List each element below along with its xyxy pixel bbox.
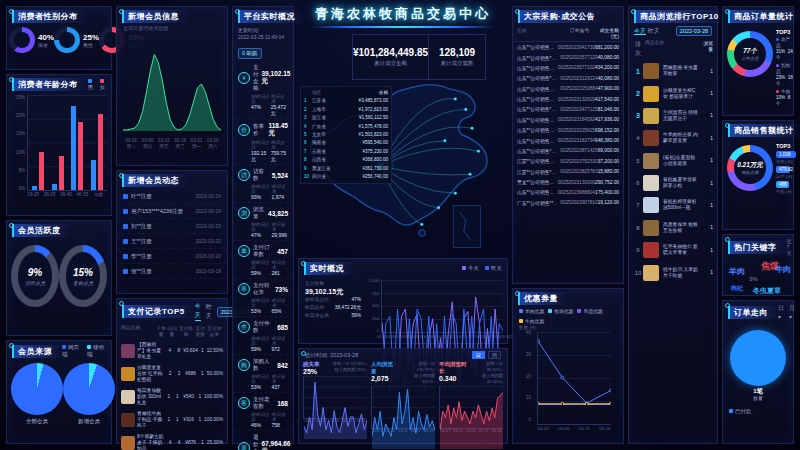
- announcement-row[interactable]: 山东**公司销售*焦煤成交公告(山东**公... 00252023941730 …: [513, 42, 623, 52]
- legend-item[interactable]: 牛肉 10% 8个: [776, 89, 793, 107]
- top10-row[interactable]: 10 牦牛奶贝 儿童奶片干吃糖 1: [629, 261, 717, 283]
- platform-stat[interactable]: 浏 浏览量 43,825 较昨日占比47% 昨日全天29,999: [233, 203, 293, 241]
- keyword[interactable]: 羊肉: [729, 266, 745, 277]
- platform-stat[interactable]: 退 退款金额 67,964.66元 较昨日占比79% 昨日全天93,472.76…: [233, 431, 293, 450]
- announcement-row[interactable]: 山东**公司销售氢氧化**成交公告(山东... 00252023150884 4…: [513, 84, 623, 94]
- feed-row[interactable]: 李**注册 2023-03-20: [117, 249, 227, 264]
- top10-row[interactable]: 8 高原青稞米 粗粮五谷杂粮 1: [629, 217, 717, 239]
- mini-chart[interactable]: [439, 386, 503, 429]
- province-row[interactable]: 5 北京市 ¥1,503,823.00: [304, 131, 388, 139]
- keyword[interactable]: 3%: [749, 276, 758, 282]
- gender-item-male[interactable]: 25% 男性: [54, 27, 99, 53]
- feed-row[interactable]: 叶**注册 2023-03-24: [117, 189, 227, 204]
- announcement-row[interactable]: 江苏**公司销售氢氧化**成交公告(江苏... 00252023752330 3…: [513, 156, 623, 166]
- mini-chart[interactable]: [371, 386, 435, 429]
- order-hall-pie[interactable]: [730, 330, 786, 386]
- feed-row[interactable]: 张**注册 2023-03-18: [117, 264, 227, 279]
- tab-yesterday[interactable]: 昨天: [206, 303, 212, 321]
- legend-item[interactable]: 男: [88, 78, 94, 91]
- pay-row[interactable]: 8个装蒙古奶皮子 干燥奶制品 4 4 ¥876 1 25.00%: [117, 431, 227, 450]
- top10-row[interactable]: 1 西藏那曲 冬虫夏草散装 1: [629, 60, 717, 82]
- tab-today[interactable]: 今天: [634, 28, 646, 35]
- platform-stat[interactable]: ¥ 支付金额 39,102.15元 较昨日占比47% 昨日全天25,472元: [233, 61, 293, 119]
- platform-stat[interactable]: 客 支付老客数 168 较昨日占比46% 昨日全天758: [233, 393, 293, 431]
- age-bar-chart[interactable]: [27, 95, 107, 191]
- top10-row[interactable]: 4 牛羊肉组合装 内蒙草原直发 1: [629, 127, 717, 149]
- refresh-button[interactable]: 0 刷新: [238, 48, 262, 59]
- source-pie-new[interactable]: 新增会员: [63, 363, 115, 425]
- platform-stat[interactable]: 访 访客数 5,524 较昨日占比93% 昨日全天1,974: [233, 165, 293, 203]
- province-row[interactable]: 8 山西省 ¥368,800.00: [304, 156, 388, 164]
- legend-item[interactable]: 网页端: [62, 344, 81, 358]
- keyword[interactable]: 牛肉: [775, 264, 791, 275]
- sales-bar-item[interactable]: 466 牛肉 (元): [776, 181, 793, 194]
- legend-item[interactable]: 今天: [462, 265, 479, 272]
- announcement-row[interactable]: 江苏**公司销售*焦煤成交公告(江苏**公... 00252023825783 …: [513, 167, 623, 177]
- legend-item[interactable]: 移动端: [87, 344, 106, 358]
- top10-row[interactable]: 9 红枣夹核桃仁 新疆大枣零食 1: [629, 239, 717, 261]
- date-picker[interactable]: 2022-03-28: [676, 26, 712, 36]
- announcement-row[interactable]: 山东**公司销售*焦煤成交公告(山东**公... 00252023184592 …: [513, 115, 623, 125]
- top10-row[interactable]: 3 兰州甜百合 特级无硫百合干 1: [629, 105, 717, 127]
- legend-item[interactable]: 昨天: [485, 265, 502, 272]
- platform-stat[interactable]: 价 客单价 118.45元 较昨日占比192.15元 昨日全天759.75元: [233, 119, 293, 165]
- province-row[interactable]: 9 黑龙江省 ¥361,730.00: [304, 165, 388, 173]
- toggle-week[interactable]: 周: [488, 351, 501, 359]
- announcement-row[interactable]: 山东**公司销售*焦煤成交公告(山东**公... 00252023132829 …: [513, 94, 623, 104]
- pay-row[interactable]: 【西藏特产】冬虫夏草礼盒 4 8 ¥3,604 1 12.50%: [117, 339, 227, 362]
- platform-stat[interactable]: 率 支付转化率 73% 较昨日占比53% 昨日全天65%: [233, 279, 293, 317]
- announcement-row[interactable]: 山东**公司销售*焦煤成交公告(山东**公... 00252023871425 …: [513, 146, 623, 156]
- feed-row[interactable]: 刘**注册 2023-03-23: [117, 219, 227, 234]
- source-pie-all[interactable]: 全部会员: [11, 363, 63, 425]
- announcement-row[interactable]: 山东**公司销售*焦煤成交公告(山东**公... 00252023988824 …: [513, 187, 623, 197]
- announcement-row[interactable]: 山东**公司销售*焦煤成交公告(山东**公... 00252023129124 …: [513, 73, 623, 83]
- legend-item[interactable]: 果蔬优惠: [577, 308, 602, 314]
- order-donut-chart[interactable]: 77个 订单总量: [727, 31, 773, 77]
- announcement-row[interactable]: 山东**公司销售*焦煤成交公告(山东**公... 00252023225825 …: [513, 125, 623, 135]
- mini-chart[interactable]: [303, 376, 367, 419]
- announcement-row[interactable]: 广东**公司销售**煤成交公告(广东**公... 00252023907810 …: [513, 198, 623, 208]
- feed-row[interactable]: 用户153****4236注册 2023-03-24: [117, 204, 227, 219]
- activity-ring-active[interactable]: 9% 活跃会员: [11, 245, 59, 307]
- top10-row[interactable]: 6 有机藜麦米袋装 胚芽小粒 1: [629, 172, 717, 194]
- sales-donut-chart[interactable]: 0.21万元 销售总额: [727, 145, 773, 191]
- pay-row[interactable]: 沙棘原浆复合饮 红枣枸杞整箱 2 2 ¥886 1 50.00%: [117, 362, 227, 385]
- coupon-line-chart[interactable]: [537, 332, 611, 425]
- legend-item[interactable]: 羊肉优惠: [519, 308, 544, 314]
- province-row[interactable]: 1 江苏省 ¥3,485,873.00: [304, 97, 388, 105]
- legend-item[interactable]: 焦煤优惠: [548, 308, 573, 314]
- announcement-row[interactable]: 山东**公司销售*焦煤成交公告(山东**公... 00252023477125 …: [513, 104, 623, 114]
- new-members-area-chart[interactable]: [123, 33, 221, 137]
- pay-row[interactable]: 青藏牦牛肉干制品 手撕风干 1 1 ¥316 1 100.00%: [117, 408, 227, 431]
- top10-row[interactable]: 2 沙棘原浆生榨C饮 整箱装果汁 1: [629, 82, 717, 104]
- legend-item[interactable]: 牛肉优惠: [519, 318, 544, 324]
- sales-bar-item[interactable]: 479.82 农产 (元): [776, 166, 793, 179]
- top10-row[interactable]: 7 有机初榨亚麻籽油500ml一瓶 1: [629, 194, 717, 216]
- sales-bar-item[interactable]: 1,008 羊肉 (元): [776, 151, 793, 164]
- announcement-row[interactable]: 山东**公司销售*焦煤成交公告(山东**公... 00252023577129 …: [513, 52, 623, 62]
- legend-item[interactable]: 女: [100, 78, 106, 91]
- activity-ring-repeat[interactable]: 15% 复购会员: [59, 245, 107, 307]
- province-row[interactable]: 4 广东省 ¥1,575,478.00: [304, 123, 388, 131]
- top10-row[interactable]: 5 (有机)全麦面粉 小袋家庭装 1: [629, 150, 717, 172]
- province-row[interactable]: 3 浙江省 ¥1,581,112.50: [304, 114, 388, 122]
- announcement-row[interactable]: 山东**公司销售*焦煤成交公告(山东**公... 00252023577102 …: [513, 63, 623, 73]
- keyword[interactable]: 枸杞: [731, 284, 743, 293]
- platform-stat[interactable]: 购 加购人数 842 较昨日占比53% 昨日全天437: [233, 355, 293, 393]
- province-row[interactable]: 6 海南省 ¥595,540.00: [304, 139, 388, 147]
- pay-row[interactable]: 每日青稞酸奶饮 300ml礼盒 1 1 ¥540 1 100.00%: [117, 385, 227, 408]
- province-row[interactable]: 10 四川省 ¥256,740.00: [304, 173, 388, 181]
- tab-today[interactable]: 今天: [195, 302, 201, 321]
- announcement-row[interactable]: 山东**公司销售*焦煤成交公告(山东**公... 00252023183794 …: [513, 135, 623, 145]
- legend-item[interactable]: 乳制品 23% 18个: [776, 63, 793, 87]
- platform-stat[interactable]: 单 支付订单数 457 较昨日占比59% 昨日全天281: [233, 241, 293, 279]
- feed-row[interactable]: 王**注册 2023-03-20: [117, 234, 227, 249]
- toggle-day[interactable]: 日: [472, 351, 485, 359]
- toggle-month[interactable]: 月▾: [789, 304, 795, 320]
- province-row[interactable]: 2 上海市 ¥1,972,823.00: [304, 106, 388, 114]
- announcement-row[interactable]: 黑龙**公司销售水玻**成交公告(黑龙**... 00252023130000 …: [513, 177, 623, 187]
- realtime-line-chart[interactable]: [381, 280, 503, 333]
- platform-stat[interactable]: 件 支付件数 685 较昨日占比59% 昨日全天972: [233, 317, 293, 355]
- tab-yesterday[interactable]: 昨天: [648, 28, 660, 34]
- toggle-day[interactable]: 日▾: [778, 304, 784, 320]
